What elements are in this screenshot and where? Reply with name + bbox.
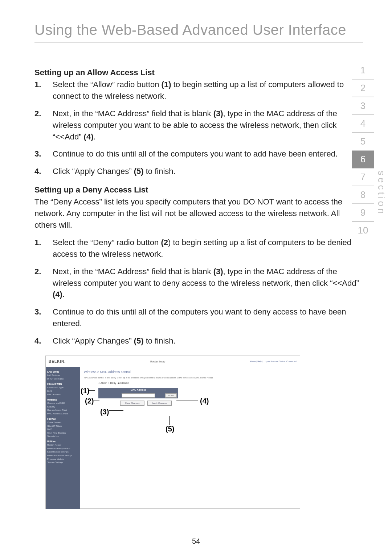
annotation-2: (2) — [85, 397, 94, 405]
step-text: Continue to do this until all of the com… — [53, 148, 338, 160]
side-label: section — [376, 171, 387, 216]
title-rule — [34, 42, 363, 42]
annotation-4: (4) — [200, 397, 209, 405]
page-title: Using the Web-Based Advanced User Interf… — [34, 22, 363, 38]
step-number: 2. — [34, 108, 45, 143]
brand-logo: BELKIN. — [49, 360, 66, 364]
router-nav: LAN SetupLAN SettingsDHCP Client ListInt… — [46, 367, 80, 509]
section-tab-4[interactable]: 4 — [352, 115, 374, 133]
section-tab-8[interactable]: 8 — [352, 186, 374, 204]
section-tab-6[interactable]: 6 — [352, 151, 374, 169]
step-number: 2. — [34, 266, 45, 301]
breadcrumb: Wireless > MAC address control — [84, 370, 296, 374]
section-nav: 12345678910 — [352, 62, 374, 239]
allow-heading: Setting up an Allow Access List — [34, 68, 363, 77]
section-tab-5[interactable]: 5 — [352, 133, 374, 151]
section-tab-3[interactable]: 3 — [352, 97, 374, 115]
step-text: Click “Apply Changes” (5) to finish. — [53, 166, 176, 177]
section-tab-9[interactable]: 9 — [352, 204, 374, 222]
allow-steps: 1. Select the “Allow” radio button (1) t… — [34, 79, 363, 177]
status-bar: Home | Help | Logout Internet Status: Co… — [250, 360, 297, 362]
step-number: 4. — [34, 335, 45, 347]
step-number: 4. — [34, 166, 45, 177]
add-button: << Add — [165, 393, 177, 398]
step-text: Select the “Deny” radio button (2) to be… — [53, 237, 363, 260]
annotation-5: (5) — [166, 425, 174, 433]
annotation-1: (1) — [81, 387, 89, 395]
step-number: 3. — [34, 148, 45, 160]
radio-row: ○ Allow ○ Deny ◉ Disable — [98, 382, 296, 385]
mac-input — [122, 393, 155, 398]
deny-intro: The “Deny Access” list lets you specify … — [34, 196, 363, 231]
shot-desc: MAC address control is the ability to se… — [84, 377, 296, 379]
step-text: Next, in the “MAC Address” field that is… — [53, 266, 363, 301]
mac-block: MAC Address << Add — [98, 388, 178, 398]
section-tab-7[interactable]: 7 — [352, 169, 374, 186]
section-tab-1[interactable]: 1 — [352, 62, 374, 80]
page-number: 54 — [0, 537, 392, 545]
annotation-3: (3) — [100, 408, 109, 416]
step-number: 1. — [34, 237, 45, 260]
step-text: Select the “Allow” radio button (1) to b… — [53, 79, 363, 102]
setup-label: Router Setup — [150, 360, 165, 363]
section-tab-2[interactable]: 2 — [352, 80, 374, 97]
step-text: Next, in the “MAC Address” field that is… — [53, 108, 363, 143]
clear-button: Clear Changes — [120, 401, 144, 406]
section-tab-10[interactable]: 10 — [352, 222, 374, 239]
deny-steps: 1. Select the “Deny” radio button (2) to… — [34, 237, 363, 347]
step-number: 3. — [34, 306, 45, 329]
deny-heading: Setting up a Deny Access List — [34, 185, 363, 195]
step-text: Continue to do this until all of the com… — [53, 306, 363, 329]
apply-button: Apply Changes — [147, 401, 172, 406]
router-screenshot: BELKIN. Router Setup Home | Help | Logou… — [45, 356, 300, 509]
step-text: Click “Apply Changes” (5) to finish. — [53, 335, 176, 347]
step-number: 1. — [34, 79, 45, 102]
